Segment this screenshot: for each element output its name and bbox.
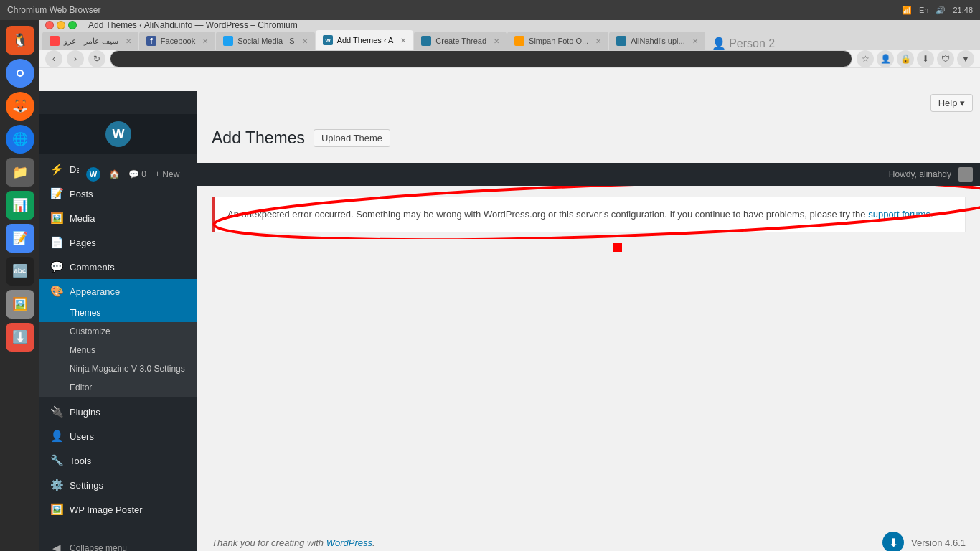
- close-button[interactable]: [45, 21, 54, 29]
- extension-btn3[interactable]: 🛡: [937, 50, 954, 67]
- taskbar-app-browser2[interactable]: 🌐: [6, 125, 34, 154]
- sidebar-sub-menus[interactable]: Menus: [39, 341, 197, 359]
- extension-btn4[interactable]: ▼: [957, 50, 974, 67]
- tab-close-add-themes[interactable]: ✕: [400, 37, 406, 44]
- settings-label: Settings: [70, 480, 103, 491]
- taskbar-app-files[interactable]: 📁: [6, 158, 34, 187]
- extension-btn2[interactable]: ⬇: [917, 50, 934, 67]
- bookmark-button[interactable]: ☆: [857, 50, 874, 67]
- os-bar: Chromium Web Browser 📶 En 🔊 21:48: [0, 0, 980, 20]
- tab-arabic[interactable]: سيف عامر - عرو ✕: [42, 32, 138, 50]
- back-button[interactable]: ‹: [45, 50, 62, 67]
- tab-favicon-wp: W: [323, 35, 333, 45]
- taskbar-app-chromium[interactable]: [6, 59, 34, 88]
- posts-label: Posts: [70, 189, 93, 199]
- taskbar-app-linux[interactable]: 🐧: [6, 26, 34, 55]
- annotation-dot: [613, 243, 622, 252]
- sidebar-item-collapse[interactable]: ◀ Collapse menu: [39, 536, 197, 551]
- taskbar-app-firefox[interactable]: 🦊: [6, 92, 34, 121]
- reload-button[interactable]: ↻: [88, 50, 105, 67]
- admin-bar-left: W 🏠 💬 0 + New: [86, 167, 877, 182]
- sidebar-item-settings[interactable]: ⚙️ Settings: [39, 473, 197, 497]
- sidebar-sub-customize[interactable]: Customize: [39, 322, 197, 341]
- support-forums-link[interactable]: support forums: [868, 209, 930, 220]
- tab-add-themes[interactable]: W Add Themes ‹ A ✕: [316, 30, 414, 50]
- version-text: Version 4.6.1: [911, 537, 966, 548]
- error-container: An unexpected error occurred. Something …: [212, 197, 966, 232]
- tab-simpan[interactable]: Simpan Foto O... ✕: [507, 32, 608, 50]
- users-label: Users: [70, 431, 94, 442]
- window-controls: [45, 21, 77, 29]
- sidebar-item-users[interactable]: 👤 Users: [39, 424, 197, 448]
- taskbar-app-download[interactable]: ⬇️: [6, 323, 34, 352]
- dashboard-icon: ⚡: [50, 163, 64, 176]
- sidebar-item-tools[interactable]: 🔧 Tools: [39, 448, 197, 473]
- tab-label-simpan: Simpan Foto O...: [529, 37, 588, 45]
- upload-theme-button[interactable]: Upload Theme: [314, 129, 390, 147]
- sidebar-item-pages[interactable]: 📄 Pages: [39, 230, 197, 255]
- svg-text:W: W: [325, 37, 331, 44]
- wp-content: Add Themes Upload Theme 0 Featured Popul…: [197, 114, 980, 276]
- sidebar-item-media[interactable]: 🖼️ Media: [39, 206, 197, 230]
- tab-label-arabic: سيف عامر - عرو: [64, 37, 118, 46]
- tab-close-alinahdi[interactable]: ✕: [692, 37, 698, 45]
- tab-favicon-thread: [421, 36, 431, 46]
- tab-social[interactable]: Social Media –S ✕: [216, 32, 315, 50]
- taskbar-app-spreadsheet[interactable]: 📊: [6, 191, 34, 220]
- person2-label[interactable]: 👤 Person 2: [712, 37, 776, 50]
- tab-close-facebook[interactable]: ✕: [202, 37, 208, 45]
- maximize-button[interactable]: [68, 21, 77, 29]
- plugins-label: Plugins: [70, 407, 100, 418]
- pages-icon: 📄: [50, 236, 64, 249]
- help-button-area: Help ▾: [930, 94, 973, 112]
- wp-logo[interactable]: W: [86, 167, 100, 182]
- sidebar-item-comments[interactable]: 💬 Comments: [39, 255, 197, 279]
- browser-title: Add Themes ‹ AliNahdi.info — WordPress –…: [88, 20, 298, 30]
- os-volume-icon: 🔊: [936, 6, 946, 15]
- sidebar-item-appearance[interactable]: 🎨 Appearance: [39, 279, 197, 303]
- comments-icon: 💬: [50, 260, 64, 273]
- tab-label-add-themes: Add Themes ‹ A: [337, 36, 394, 44]
- address-input[interactable]: [110, 50, 852, 67]
- sidebar-sub-themes[interactable]: Themes: [39, 303, 197, 322]
- tab-close-create-thread[interactable]: ✕: [494, 37, 499, 45]
- wordpress-link[interactable]: WordPress: [326, 537, 372, 548]
- minimize-button[interactable]: [57, 21, 65, 29]
- taskbar-app-font[interactable]: 🔤: [6, 257, 34, 286]
- tab-close-arabic[interactable]: ✕: [126, 37, 131, 45]
- tab-label-facebook: Facebook: [161, 37, 195, 45]
- os-network-icon: 📶: [902, 6, 912, 15]
- taskbar-app-image[interactable]: 🖼️: [6, 290, 34, 319]
- taskbar-app-writer[interactable]: 📝: [6, 224, 34, 253]
- sidebar-item-plugins[interactable]: 🔌 Plugins: [39, 400, 197, 424]
- sidebar-sub-ninja[interactable]: Ninja Magazine V 3.0 Settings: [39, 359, 197, 378]
- tab-alinahdi[interactable]: AliNahdi's upl... ✕: [609, 32, 705, 50]
- users-icon: 👤: [50, 430, 64, 443]
- user-icon-btn[interactable]: 👤: [877, 50, 894, 67]
- tab-close-social[interactable]: ✕: [302, 37, 308, 45]
- appearance-icon: 🎨: [50, 285, 64, 298]
- wp-admin-bar: W 🏠 💬 0 + New Howdy, alinahdy: [79, 163, 980, 186]
- tools-label: Tools: [70, 456, 91, 466]
- help-button[interactable]: Help ▾: [930, 94, 973, 112]
- tab-close-simpan[interactable]: ✕: [595, 37, 601, 45]
- update-button[interactable]: ⬇: [882, 532, 904, 551]
- page-root: Chromium Web Browser 📶 En 🔊 21:48 🐧 🦊 🌐 …: [0, 0, 980, 551]
- admin-bar-home[interactable]: 🏠: [109, 169, 120, 179]
- posts-icon: 📝: [50, 187, 64, 200]
- admin-bar-new[interactable]: + New: [155, 169, 179, 179]
- sidebar-sub-editor[interactable]: Editor: [39, 378, 197, 397]
- toolbar-icons: ☆ 👤 🔒 ⬇ 🛡 ▼: [857, 50, 974, 67]
- tab-favicon-simpan: [514, 36, 524, 46]
- extension-btn1[interactable]: 🔒: [897, 50, 914, 67]
- tab-facebook[interactable]: f Facebook ✕: [139, 32, 215, 50]
- address-bar-row: ‹ › ↻ ☆ 👤 🔒 ⬇ 🛡 ▼: [39, 50, 980, 68]
- admin-bar-right: Howdy, alinahdy: [889, 167, 973, 182]
- tabs-bar: سيف عامر - عرو ✕ f Facebook ✕ Social Med…: [39, 30, 980, 50]
- forward-button[interactable]: ›: [67, 50, 84, 67]
- sidebar-item-wp-image-poster[interactable]: 🖼️ WP Image Poster: [39, 497, 197, 522]
- footer-text: Thank you for creating with WordPress.: [212, 537, 375, 548]
- tab-create-thread[interactable]: Create Thread ✕: [414, 32, 507, 50]
- admin-bar-comments[interactable]: 💬 0: [128, 169, 146, 179]
- annotation-dot-area: [212, 240, 966, 261]
